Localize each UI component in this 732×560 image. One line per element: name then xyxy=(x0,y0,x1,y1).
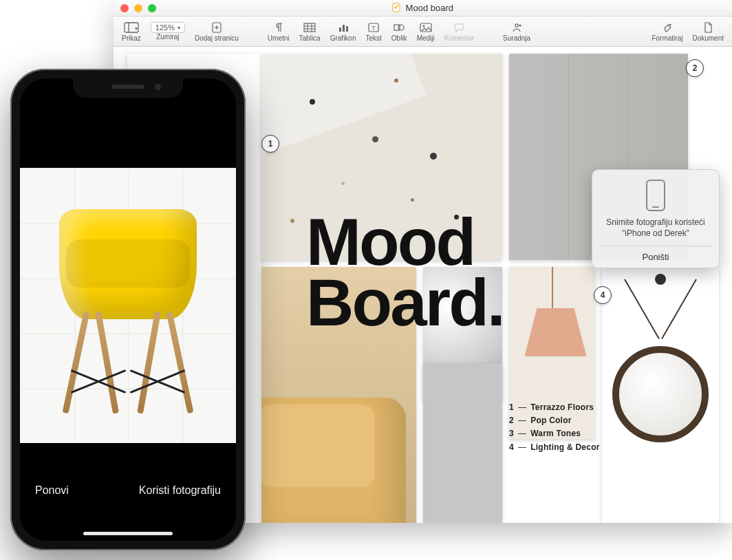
toolbar-collaborate[interactable]: Suradnja xyxy=(499,21,535,42)
callout-4: 4 xyxy=(594,286,612,304)
iphone-screen: Ponovi Koristi fotografiju xyxy=(20,78,236,541)
document-title: Mood board xyxy=(114,3,732,13)
toolbar-chart-label: Grafikon xyxy=(330,34,356,42)
toolbar-format-label: Formatiraj xyxy=(652,34,682,42)
toolbar: ▾ Prikaz 125% ▾ Zumiraj Dodaj stranicu U… xyxy=(114,17,732,47)
collaborate-icon xyxy=(511,21,522,34)
text-icon: T xyxy=(368,21,379,34)
iphone-device: Ponovi Koristi fotografiju xyxy=(10,69,246,550)
toolbar-view[interactable]: ▾ Prikaz xyxy=(118,21,145,42)
callout-1: 1 xyxy=(261,135,279,153)
retake-button[interactable]: Ponovi xyxy=(35,484,69,497)
toolbar-add-page[interactable]: Dodaj stranicu xyxy=(191,21,243,42)
svg-rect-13 xyxy=(343,25,345,32)
camera-action-bar: Ponovi Koristi fotografiju xyxy=(20,458,236,541)
svg-point-20 xyxy=(422,25,424,28)
svg-point-21 xyxy=(515,24,518,27)
svg-point-23 xyxy=(669,24,671,26)
continuity-camera-popover: Snimite fotografiju koristeći "iPhone od… xyxy=(592,169,720,268)
svg-point-22 xyxy=(519,24,521,26)
toolbar-shape[interactable]: Oblik xyxy=(387,21,411,42)
toolbar-view-label: Prikaz xyxy=(122,34,141,42)
toolbar-comment: Komentar xyxy=(440,21,478,42)
toolbar-text[interactable]: T Tekst xyxy=(361,21,385,42)
title-line1: Mood xyxy=(306,212,504,272)
toolbar-zoom[interactable]: 125% ▾ Zumiraj xyxy=(147,22,189,41)
document-title-text: Mood board xyxy=(406,3,453,13)
use-photo-button[interactable]: Koristi fotografiju xyxy=(139,484,221,497)
cancel-button[interactable]: Poništi xyxy=(599,246,712,268)
tile-mirror xyxy=(602,267,719,523)
zoom-value-box[interactable]: 125% ▾ xyxy=(151,22,185,33)
legend-item: 2—Pop Color xyxy=(509,414,667,427)
popover-message: Snimite fotografiju koristeći "iPhone od… xyxy=(599,217,712,246)
toolbar-format[interactable]: Formatiraj xyxy=(647,21,687,42)
iphone-notch xyxy=(73,78,183,98)
toolbar-text-label: Tekst xyxy=(365,34,381,42)
svg-rect-14 xyxy=(346,26,348,32)
svg-rect-12 xyxy=(339,28,341,32)
legend-item: 4—Lighting & Decor xyxy=(509,441,667,454)
toolbar-document-label: Dokument xyxy=(692,34,724,42)
lamp-icon xyxy=(525,267,580,356)
toolbar-zoom-label: Zumiraj xyxy=(156,33,179,41)
chair-icon xyxy=(52,209,204,414)
tile-fur xyxy=(423,363,502,523)
svg-text:▾: ▾ xyxy=(135,25,138,32)
iphone-icon xyxy=(646,180,665,211)
svg-text:T: T xyxy=(372,25,376,32)
toolbar-shape-label: Oblik xyxy=(391,34,407,42)
legend-item: 3—Warm Tones xyxy=(509,427,667,440)
page-title: Mood Board. xyxy=(306,212,504,334)
legend-item: 1—Terrazzo Floors xyxy=(509,401,667,414)
chart-icon xyxy=(338,21,349,34)
toolbar-table[interactable]: Tablica xyxy=(295,21,325,42)
toolbar-document[interactable]: Dokument xyxy=(688,21,728,42)
media-icon xyxy=(420,21,432,34)
table-icon xyxy=(303,21,316,34)
svg-rect-7 xyxy=(304,23,315,32)
toolbar-insert[interactable]: Umetni xyxy=(263,21,294,42)
title-line2: Board. xyxy=(306,272,504,333)
toolbar-table-label: Tablica xyxy=(299,34,321,42)
callout-2: 2 xyxy=(686,59,704,77)
comment-icon xyxy=(453,21,464,34)
toolbar-media-label: Mediji xyxy=(417,34,435,42)
document-icon xyxy=(703,21,713,34)
toolbar-media[interactable]: Mediji xyxy=(413,21,439,42)
toolbar-chart[interactable]: Grafikon xyxy=(326,21,360,42)
add-page-icon xyxy=(211,21,222,34)
toolbar-collaborate-label: Suradnja xyxy=(503,34,530,42)
legend: 1—Terrazzo Floors 2—Pop Color 3—Warm Ton… xyxy=(509,401,667,454)
shape-icon xyxy=(394,21,405,34)
toolbar-insert-label: Umetni xyxy=(268,34,290,42)
format-icon xyxy=(662,21,673,34)
titlebar: Mood board xyxy=(114,0,732,17)
view-icon: ▾ xyxy=(124,21,139,34)
home-indicator[interactable] xyxy=(83,532,173,535)
toolbar-add-page-label: Dodaj stranicu xyxy=(195,34,239,42)
toolbar-comment-label: Komentar xyxy=(444,34,474,42)
svg-point-18 xyxy=(398,25,404,30)
zoom-value: 125% xyxy=(155,23,175,32)
chevron-down-icon: ▾ xyxy=(177,25,180,31)
camera-preview xyxy=(20,168,236,443)
paragraph-icon xyxy=(274,21,283,34)
